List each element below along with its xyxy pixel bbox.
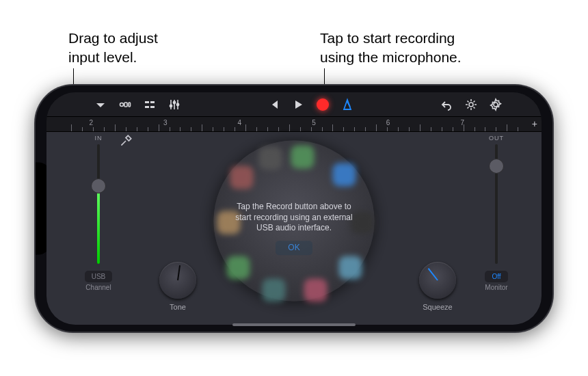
svg-point-8 xyxy=(173,101,175,103)
annotation-input-level: Drag to adjust input level. xyxy=(68,29,158,68)
squeeze-knob-label: Squeeze xyxy=(419,303,456,311)
input-channel-button[interactable]: USB xyxy=(85,271,113,282)
ruler-number: 3 xyxy=(163,119,168,126)
svg-point-9 xyxy=(176,103,178,105)
tone-knob[interactable] xyxy=(159,262,196,299)
annotation-record: Tap to start recording using the microph… xyxy=(320,29,462,68)
svg-point-7 xyxy=(170,105,172,107)
preset-icon[interactable] xyxy=(262,278,285,301)
wheel-tooltip: Tap the Record button above to start rec… xyxy=(231,202,358,255)
ruler-number: 5 xyxy=(312,119,316,126)
monitor-toggle[interactable]: Off xyxy=(485,271,507,282)
svg-rect-3 xyxy=(145,101,149,103)
wheel-tooltip-text: Tap the Record button above to start rec… xyxy=(231,202,358,234)
home-indicator[interactable] xyxy=(232,323,356,326)
play-button[interactable] xyxy=(286,96,310,113)
input-level-label: IN xyxy=(78,135,119,142)
input-level-column: IN USB Channel xyxy=(78,135,119,291)
mixer-button[interactable] xyxy=(163,96,186,113)
svg-rect-4 xyxy=(150,101,155,103)
svg-point-0 xyxy=(120,103,124,106)
display-settings-button[interactable] xyxy=(459,96,483,113)
svg-rect-1 xyxy=(124,103,127,107)
svg-point-11 xyxy=(494,103,498,107)
input-level-thumb[interactable] xyxy=(91,178,106,193)
tone-knob-group: Tone xyxy=(159,262,196,311)
phone-frame: 2 3 4 5 6 7 + IN USB Channel xyxy=(36,85,552,332)
plug-icon[interactable] xyxy=(118,133,133,150)
squeeze-knob[interactable] xyxy=(419,262,456,299)
timeline-ruler[interactable]: 2 3 4 5 6 7 + xyxy=(46,117,542,132)
ruler-number: 6 xyxy=(386,119,390,126)
svg-point-10 xyxy=(469,103,473,107)
svg-rect-5 xyxy=(145,106,149,108)
input-channel-caption: Channel xyxy=(78,284,119,291)
settings-button[interactable] xyxy=(484,96,507,113)
previous-button[interactable] xyxy=(262,96,285,113)
app-screen: 2 3 4 5 6 7 + IN USB Channel xyxy=(46,92,542,325)
preset-icon[interactable] xyxy=(304,278,327,301)
menu-button[interactable] xyxy=(89,96,112,113)
monitor-caption: Monitor xyxy=(476,284,517,291)
svg-rect-6 xyxy=(150,106,155,108)
input-level-slider[interactable] xyxy=(97,144,100,264)
ruler-number: 2 xyxy=(89,119,93,126)
ruler-number: 4 xyxy=(238,119,242,126)
toolbar xyxy=(46,92,542,117)
tone-knob-label: Tone xyxy=(159,303,196,311)
squeeze-knob-group: Squeeze xyxy=(419,262,456,311)
view-regions-button[interactable] xyxy=(138,96,161,113)
preset-icon[interactable] xyxy=(230,166,253,189)
record-icon xyxy=(317,98,329,111)
ruler-add-icon[interactable]: + xyxy=(532,118,537,129)
view-tracks-button[interactable] xyxy=(113,96,137,113)
output-level-thumb[interactable] xyxy=(489,159,504,174)
preset-icon[interactable] xyxy=(291,145,314,168)
metronome-button[interactable] xyxy=(336,96,359,113)
wheel-ok-button[interactable]: OK xyxy=(276,241,312,256)
preset-wheel[interactable]: Tap the Record button above to start rec… xyxy=(214,140,375,301)
output-level-column: OUT Off Monitor xyxy=(476,135,517,291)
output-level-slider[interactable] xyxy=(495,144,498,264)
preset-icon[interactable] xyxy=(258,147,282,170)
input-level-fill xyxy=(97,186,100,264)
preset-icon[interactable] xyxy=(339,256,362,279)
svg-rect-2 xyxy=(129,103,131,107)
main-panel: IN USB Channel OUT Off Monitor xyxy=(46,132,542,325)
undo-button[interactable] xyxy=(435,96,458,113)
preset-icon[interactable] xyxy=(332,163,356,186)
record-button[interactable] xyxy=(311,96,334,113)
preset-icon[interactable] xyxy=(226,256,250,279)
output-level-label: OUT xyxy=(476,135,517,142)
